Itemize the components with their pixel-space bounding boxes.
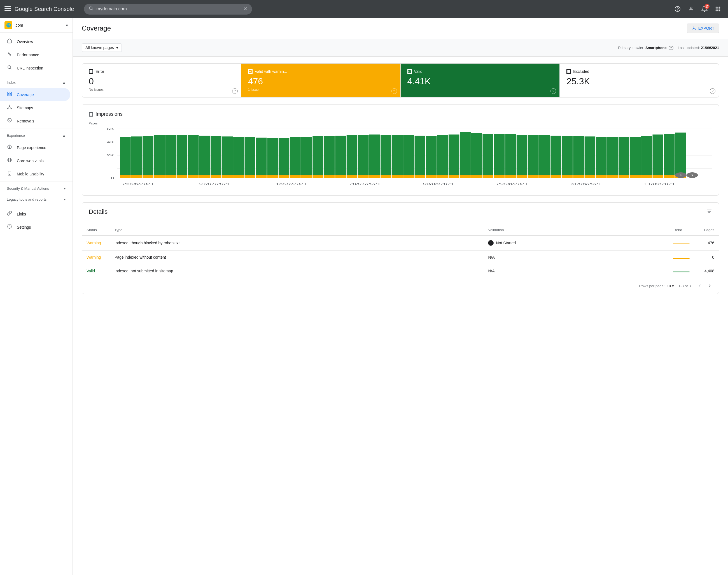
details-filter-icon[interactable] — [706, 208, 712, 215]
sidebar-item-removals[interactable]: Removals — [0, 114, 70, 128]
legacy-section-chevron: ▾ — [64, 197, 66, 201]
account-button[interactable] — [685, 3, 697, 14]
col-validation[interactable]: Validation ↓ — [483, 225, 668, 236]
svg-rect-14 — [717, 10, 719, 11]
status-card-valid[interactable]: Valid 4.41K ? — [401, 64, 560, 97]
sidebar-label-links: Links — [17, 212, 26, 216]
sidebar-item-coverage[interactable]: Coverage — [0, 88, 70, 101]
svg-text:07/07/2021: 07/07/2021 — [199, 182, 230, 186]
svg-rect-112 — [460, 132, 470, 175]
settings-icon — [7, 224, 12, 230]
svg-point-5 — [677, 10, 678, 11]
valid-checkbox[interactable] — [407, 69, 412, 74]
svg-rect-93 — [347, 175, 357, 178]
topbar-logo: Google Search Console — [14, 6, 74, 12]
index-section-chevron: ▲ — [62, 80, 66, 84]
sidebar-item-page-experience[interactable]: Page experience — [0, 141, 70, 154]
search-bar[interactable]: ✕ — [84, 4, 252, 14]
filter-bar: All known pages ▾ Primary crawler: Smart… — [73, 39, 728, 57]
sidebar-label-overview: Overview — [17, 39, 33, 44]
pagination-next-button[interactable] — [705, 281, 714, 290]
excluded-help-icon[interactable]: ? — [710, 88, 716, 94]
excluded-label: Excluded — [573, 69, 589, 74]
status-card-excluded[interactable]: Excluded 25.3K ? — [560, 64, 719, 97]
apps-button[interactable] — [712, 3, 724, 14]
home-icon — [7, 38, 12, 45]
svg-text:26/06/2021: 26/06/2021 — [123, 182, 154, 186]
svg-rect-98 — [380, 135, 391, 175]
help-button[interactable] — [672, 3, 683, 14]
status-card-error[interactable]: Error 0 No issues ? — [82, 64, 241, 97]
svg-rect-95 — [358, 175, 368, 178]
sidebar-item-overview[interactable]: Overview — [0, 35, 70, 48]
sidebar-section-index[interactable]: Index ▲ — [0, 77, 73, 88]
svg-rect-132 — [573, 136, 584, 175]
svg-rect-142 — [630, 137, 641, 175]
svg-rect-86 — [313, 136, 323, 175]
svg-rect-118 — [494, 134, 505, 175]
warning-label: Valid with warnin... — [255, 69, 287, 74]
excluded-checkbox[interactable] — [567, 69, 571, 74]
pages-filter-dropdown[interactable]: All known pages ▾ — [82, 43, 122, 52]
svg-rect-52 — [120, 137, 131, 175]
sidebar-item-url-inspection[interactable]: URL inspection — [0, 61, 70, 74]
url-inspection-icon — [7, 65, 12, 71]
rows-per-page-select[interactable]: 10 ▾ — [667, 284, 674, 288]
sidebar-section-security[interactable]: Security & Manual Actions ▾ — [0, 183, 73, 194]
svg-rect-138 — [607, 137, 618, 175]
svg-rect-8 — [717, 7, 719, 8]
warning-checkbox[interactable] — [248, 69, 253, 74]
sidebar-item-core-web-vitals[interactable]: Core web vitals — [0, 154, 70, 167]
valid-help-icon[interactable]: ? — [550, 88, 556, 94]
sidebar-section-legacy[interactable]: Legacy tools and reports ▾ — [0, 194, 73, 205]
menu-icon[interactable] — [4, 5, 11, 13]
svg-rect-146 — [653, 135, 663, 175]
details-section: Details Status Type Validation ↓ — [82, 202, 719, 294]
svg-rect-65 — [188, 175, 198, 178]
sidebar-item-performance[interactable]: Performance — [0, 48, 70, 61]
sidebar-item-sitemaps[interactable]: Sitemaps — [0, 101, 70, 114]
svg-rect-67 — [199, 175, 210, 178]
row-status-3: Valid — [86, 269, 95, 273]
pagination-prev-button[interactable] — [695, 281, 704, 290]
svg-rect-81 — [279, 175, 289, 178]
logo-text: Google Search Console — [14, 6, 74, 12]
primary-crawler-help-icon[interactable]: ? — [669, 46, 673, 50]
sidebar-section-experience[interactable]: Experience ▲ — [0, 130, 73, 141]
svg-rect-123 — [517, 175, 527, 178]
chart-container: Impressions Pages 6K 4K 2K 0 — [82, 104, 719, 196]
svg-rect-77 — [256, 175, 266, 178]
sidebar-item-settings[interactable]: Settings — [0, 221, 70, 234]
svg-rect-12 — [719, 8, 721, 9]
col-status: Status — [82, 225, 110, 236]
domain-selector[interactable]: 🌐 .com ▾ — [0, 18, 73, 33]
row-pages-1: 476 — [696, 236, 719, 250]
svg-text:31/08/2021: 31/08/2021 — [570, 182, 602, 186]
row-pages-2: 0 — [696, 250, 719, 264]
mobile-usability-icon — [7, 171, 12, 177]
svg-rect-130 — [562, 136, 573, 175]
search-clear-icon[interactable]: ✕ — [243, 6, 248, 12]
excluded-count: 25.3K — [567, 76, 712, 87]
status-card-warning[interactable]: Valid with warnin... 476 1 issue ? — [241, 64, 401, 97]
svg-rect-144 — [641, 136, 652, 175]
search-input[interactable] — [96, 6, 241, 11]
svg-rect-56 — [143, 136, 153, 175]
svg-rect-62 — [177, 135, 187, 175]
error-label: Error — [96, 69, 104, 74]
notifications-button[interactable]: 17 — [699, 3, 710, 14]
svg-rect-106 — [426, 136, 437, 175]
warning-help-icon[interactable]: ? — [392, 88, 397, 94]
sidebar-item-mobile-usability[interactable]: Mobile Usability — [0, 167, 70, 180]
error-help-icon[interactable]: ? — [232, 88, 238, 94]
domain-favicon: 🌐 — [4, 21, 12, 29]
search-icon — [88, 6, 94, 12]
chart-checkbox[interactable] — [89, 112, 93, 116]
sitemaps-icon — [7, 104, 12, 111]
svg-rect-124 — [528, 135, 539, 175]
valid-count: 4.41K — [407, 76, 553, 87]
pagination: Rows per page: 10 ▾ 1-3 of 3 — [82, 278, 719, 294]
sidebar-item-links[interactable]: Links — [0, 207, 70, 221]
export-button[interactable]: EXPORT — [687, 24, 719, 33]
error-checkbox[interactable] — [89, 69, 93, 74]
